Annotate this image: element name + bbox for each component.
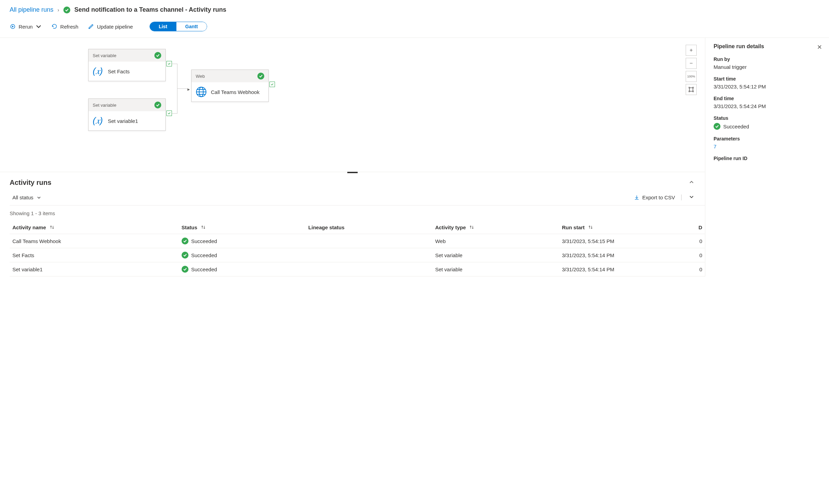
activity-runs-title: Activity runs: [10, 179, 51, 187]
refresh-label: Refresh: [60, 24, 79, 30]
zoom-controls: + − 100%: [686, 45, 697, 95]
cell-activity-name: Call Teams Webhook: [10, 234, 179, 248]
export-label: Export to CSV: [642, 195, 675, 200]
connector-line: [177, 88, 188, 89]
node-type-label: Set variable: [93, 103, 116, 108]
breadcrumb-root-link[interactable]: All pipeline runs: [10, 6, 53, 13]
runby-value: Manual trigger: [714, 64, 821, 70]
page-title: Send notification to a Teams channel - A…: [74, 6, 226, 13]
cell-lineage: [306, 248, 432, 262]
showing-count: Showing 1 - 3 items: [10, 206, 705, 221]
sort-icon: [588, 224, 593, 230]
update-pipeline-button[interactable]: Update pipeline: [88, 23, 133, 30]
zoom-fit-button[interactable]: [686, 84, 697, 95]
cell-activity-name: Set variable1: [10, 262, 179, 276]
view-toggle-group: List Gantt: [150, 22, 207, 31]
variable-icon: (𝑥): [93, 115, 104, 126]
globe-icon: [196, 86, 207, 97]
zoom-100-button[interactable]: 100%: [686, 71, 697, 82]
node-header: Set variable: [89, 49, 165, 62]
cell-run-start: 3/31/2023, 5:54:14 PM: [559, 248, 686, 262]
success-icon: [182, 252, 188, 259]
toolbar: Rerun Refresh Update pipeline List Gantt: [0, 18, 829, 38]
success-icon: [257, 73, 264, 80]
cell-status: Succeeded: [179, 248, 306, 262]
zoom-in-button[interactable]: +: [686, 45, 697, 56]
starttime-value: 3/31/2023, 5:54:12 PM: [714, 84, 821, 90]
status-filter-button[interactable]: All status: [12, 195, 41, 200]
cell-run-start: 3/31/2023, 5:54:15 PM: [559, 234, 686, 248]
col-activity-name[interactable]: Activity name: [10, 221, 179, 234]
cell-duration: 0: [686, 248, 705, 262]
connector-check-icon: [166, 61, 172, 66]
node-set-facts[interactable]: Set variable (𝑥) Set Facts: [88, 49, 166, 81]
view-list-button[interactable]: List: [150, 22, 176, 31]
node-header: Web: [192, 70, 268, 82]
node-call-teams-webhook[interactable]: Web Call Teams Webhook: [191, 70, 269, 102]
pencil-icon: [88, 23, 94, 30]
connector-check-icon: [166, 111, 172, 116]
node-type-label: Web: [196, 74, 205, 79]
endtime-value: 3/31/2023, 5:54:24 PM: [714, 103, 821, 109]
export-more-button[interactable]: [688, 193, 695, 202]
runby-label: Run by: [714, 56, 821, 62]
cell-activity-name: Set Facts: [10, 248, 179, 262]
cell-duration: 0: [686, 234, 705, 248]
status-filter-label: All status: [12, 195, 33, 200]
breadcrumb-separator: ›: [58, 7, 59, 13]
success-icon: [63, 7, 70, 13]
col-status[interactable]: Status: [179, 221, 306, 234]
node-name: Set Facts: [108, 69, 130, 74]
cell-status: Succeeded: [179, 234, 306, 248]
cell-status: Succeeded: [179, 262, 306, 276]
connector-check-icon: [269, 82, 275, 87]
status-label: Status: [714, 115, 821, 121]
parameters-label: Parameters: [714, 136, 821, 141]
zoom-out-button[interactable]: −: [686, 58, 697, 69]
success-icon: [182, 266, 188, 273]
details-title: Pipeline run details: [714, 43, 821, 50]
connector-line: [172, 64, 177, 64]
cell-lineage: [306, 262, 432, 276]
sort-icon: [50, 224, 54, 230]
rerun-button[interactable]: Rerun: [10, 23, 42, 30]
cell-activity-type: Set variable: [432, 262, 559, 276]
node-set-variable1[interactable]: Set variable (𝑥) Set variable1: [88, 98, 166, 131]
refresh-button[interactable]: Refresh: [51, 23, 79, 30]
resize-handle[interactable]: [347, 172, 358, 173]
close-button[interactable]: ✕: [817, 43, 822, 51]
connector-line: [172, 113, 177, 114]
col-lineage-status[interactable]: Lineage status: [306, 221, 432, 234]
breadcrumb: All pipeline runs › Send notification to…: [0, 0, 829, 18]
col-activity-type[interactable]: Activity type: [432, 221, 559, 234]
endtime-label: End time: [714, 96, 821, 101]
cell-lineage: [306, 234, 432, 248]
view-gantt-button[interactable]: Gantt: [176, 22, 207, 31]
pipeline-run-details-panel: ✕ Pipeline run details Run by Manual tri…: [705, 38, 829, 276]
sort-icon: [201, 224, 206, 230]
table-row[interactable]: Set FactsSucceededSet variable3/31/2023,…: [10, 248, 705, 262]
activity-runs-table: Activity name Status Lineage status Acti…: [10, 221, 705, 276]
collapse-button[interactable]: [688, 178, 695, 187]
starttime-label: Start time: [714, 76, 821, 82]
success-icon: [714, 123, 720, 130]
status-value: Succeeded: [714, 123, 821, 130]
cell-duration: 0: [686, 262, 705, 276]
success-icon: [182, 238, 188, 244]
col-run-start[interactable]: Run start: [559, 221, 686, 234]
node-header: Set variable: [89, 99, 165, 111]
table-row[interactable]: Set variable1SucceededSet variable3/31/2…: [10, 262, 705, 276]
refresh-icon: [51, 23, 58, 30]
parameters-link[interactable]: 7: [714, 144, 821, 149]
chevron-down-icon: [35, 23, 42, 30]
export-csv-button[interactable]: Export to CSV: [634, 195, 682, 200]
activity-runs-section: Activity runs All status Export to CSV S…: [0, 172, 705, 276]
pipeline-canvas[interactable]: Set variable (𝑥) Set Facts Set variable …: [0, 38, 705, 172]
cell-activity-type: Set variable: [432, 248, 559, 262]
col-duration[interactable]: D: [686, 221, 705, 234]
node-name: Call Teams Webhook: [211, 89, 259, 95]
sort-icon: [469, 224, 474, 230]
table-row[interactable]: Call Teams WebhookSucceededWeb3/31/2023,…: [10, 234, 705, 248]
success-icon: [154, 102, 161, 108]
rerun-icon: [10, 23, 16, 30]
